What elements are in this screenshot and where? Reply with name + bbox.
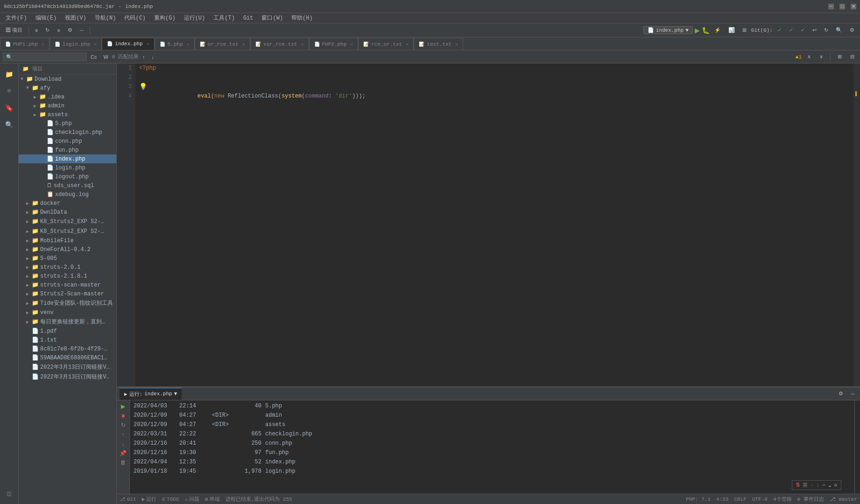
- tree-item-venv[interactable]: ▶ 📁 venv: [19, 308, 116, 317]
- tree-item-k8-2[interactable]: ▶ 📁 K8_Struts2_EXP S2-045 & 任意文...: [19, 226, 116, 236]
- menu-view[interactable]: 视图(V): [61, 13, 90, 23]
- bottom-tab-run[interactable]: ▶ 运行: index.php ▼: [120, 388, 182, 400]
- tree-item-logout[interactable]: ▶ 📄 logout.php: [19, 172, 116, 181]
- menu-navigate[interactable]: 导航(N): [91, 13, 120, 23]
- tab-xor-rce-close[interactable]: ✕: [301, 42, 303, 47]
- run-with-coverage-btn[interactable]: ⚡: [712, 26, 724, 34]
- bottom-settings-btn[interactable]: ⚙: [836, 390, 846, 398]
- bottom-close-btn[interactable]: ─: [848, 390, 857, 398]
- toolbar-structure-btn[interactable]: ≡: [32, 27, 41, 34]
- tab-5php[interactable]: 📄 5.php ✕: [155, 38, 195, 50]
- tree-item-fun[interactable]: ▶ 📄 fun.php: [19, 146, 116, 154]
- tab-test[interactable]: 📝 test.txt ✕: [414, 38, 463, 50]
- run-scrollbar[interactable]: [854, 400, 860, 494]
- run-play-btn[interactable]: ▶: [120, 402, 126, 411]
- tab-php2[interactable]: 📄 PHP2.php ✕: [309, 38, 359, 50]
- tree-item-admin[interactable]: ▶ 📁 admin: [19, 101, 116, 110]
- run-button[interactable]: ▶: [695, 27, 700, 34]
- tree-item-afy[interactable]: ▼ 📁 afy: [19, 84, 116, 92]
- tree-item-login[interactable]: ▶ 📄 login.php: [19, 163, 116, 172]
- tree-item-1pdf[interactable]: ▶ 📄 1.pdf: [19, 327, 116, 336]
- menu-code[interactable]: 代码(C): [120, 13, 149, 23]
- tab-php1-close[interactable]: ✕: [42, 42, 44, 47]
- git-check-2[interactable]: ✓: [786, 26, 796, 34]
- minimize-button[interactable]: ─: [828, 4, 834, 9]
- tab-index-close[interactable]: ✕: [147, 41, 149, 47]
- tab-xor-rce[interactable]: 📝 xor_rce.txt ✕: [250, 38, 309, 50]
- status-todo[interactable]: E TODO: [162, 497, 179, 502]
- toolbar-minus-btn[interactable]: ─: [77, 27, 86, 34]
- tree-item-struts201[interactable]: ▶ 📁 struts-2.0.1: [19, 263, 116, 272]
- layout-btn[interactable]: ⊟: [847, 53, 857, 61]
- git-branch[interactable]: ⎇ master: [830, 496, 857, 502]
- tree-item-5php[interactable]: ▶ 📄 5.php: [19, 119, 116, 128]
- run-scroll-down-btn[interactable]: ↓: [121, 440, 126, 448]
- tab-or-rce-close[interactable]: ✕: [242, 42, 245, 47]
- run-pin-btn[interactable]: 📌: [119, 449, 127, 457]
- tree-item-sub2[interactable]: ▶ 📄 2022年3月13日订阅链接V2 Cla（直...: [19, 372, 116, 382]
- tree-item-dwnldata[interactable]: ▶ 📁 DwnlData: [19, 208, 116, 217]
- git-undo-btn[interactable]: ↩: [810, 26, 819, 34]
- case-sensitive-btn[interactable]: Cc: [88, 53, 99, 61]
- tab-login-close[interactable]: ✕: [94, 42, 97, 47]
- tree-item-tide[interactable]: ▶ 📁 Tide安全团队-指纹识别工具: [19, 298, 116, 308]
- status-terminal[interactable]: ⊞ 终端: [205, 496, 220, 503]
- tree-item-strutsmaster[interactable]: ▶ 📁 struts-scan-master: [19, 280, 116, 289]
- settings-gear-btn[interactable]: ⚙: [847, 26, 857, 34]
- tab-rce-or-close[interactable]: ✕: [406, 42, 409, 47]
- tree-item-conn[interactable]: ▶ 📄 conn.php: [19, 137, 116, 146]
- search-everywhere-btn[interactable]: 🔍: [833, 26, 845, 34]
- tree-item-sql[interactable]: ▶ 🗒 sds_user.sql: [19, 181, 116, 190]
- run-rerun-btn[interactable]: ↻: [120, 421, 127, 429]
- event-log[interactable]: ⚙ 事件日志: [797, 496, 824, 503]
- sogou-bar[interactable]: S 英 · ↓ ↩ ☁ ⚙: [792, 480, 841, 490]
- sidebar-structure-btn[interactable]: ≡: [2, 84, 16, 98]
- tab-php2-close[interactable]: ✕: [350, 42, 353, 47]
- profile-btn[interactable]: 📊: [726, 26, 738, 34]
- tree-item-1txt[interactable]: ▶ 📄 1.txt: [19, 336, 116, 344]
- nav-next-btn[interactable]: ↓: [149, 53, 157, 61]
- sidebar-project-btn[interactable]: 📁: [2, 67, 16, 81]
- menu-git[interactable]: Git: [240, 14, 257, 22]
- menu-refactor[interactable]: 重构(G): [150, 13, 179, 23]
- tree-item-uuid[interactable]: ▶ 📄 8c81c7e8-6f2b-4f29-9dea-c958f...: [19, 344, 116, 353]
- menu-file[interactable]: 文件(F): [2, 13, 31, 23]
- git-check-1[interactable]: ✓: [775, 26, 784, 34]
- git-refresh-btn[interactable]: ↻: [821, 26, 831, 34]
- sidebar-find-btn[interactable]: 🔍: [2, 118, 16, 132]
- tree-item-index[interactable]: ▶ 📄 index.php: [19, 154, 116, 163]
- word-btn[interactable]: W: [100, 53, 111, 61]
- tab-or-rce[interactable]: 📝 or_rce.txt ✕: [195, 38, 250, 50]
- tree-item-s005[interactable]: ▶ 📁 S-005: [19, 254, 116, 263]
- run-stop-btn[interactable]: ■: [120, 412, 126, 420]
- warning-nav-up[interactable]: ∧: [804, 53, 814, 61]
- menu-edit[interactable]: 编辑(E): [32, 13, 61, 23]
- tree-item-59ab[interactable]: ▶ 📄 59ABAAD8E68806EBAC108BD69...: [19, 353, 116, 362]
- tree-item-idea[interactable]: ▶ 📁 .idea: [19, 92, 116, 101]
- run-clear-btn[interactable]: 🗑: [120, 458, 127, 467]
- tree-item-oneforall[interactable]: ▶ 📁 OneForAll-0.4.2: [19, 245, 116, 254]
- tree-item-download[interactable]: ▼ 📁 Download: [19, 75, 116, 84]
- tree-item-assets[interactable]: ▶ 📁 assets: [19, 110, 116, 119]
- status-git[interactable]: ⎇ Git: [120, 496, 136, 502]
- tree-item-k8-1[interactable]: ▶ 📁 K8_Struts2_EXP S2-045 & 任意文...: [19, 217, 116, 226]
- tree-item-daily[interactable]: ▶ 📁 每日更换链接更新，直到新的视频...: [19, 317, 116, 327]
- menu-tools[interactable]: 工具(T): [210, 13, 239, 23]
- editor-content[interactable]: 1 2 3 4 <?php 💡: [117, 63, 860, 386]
- sidebar-bookmark-btn[interactable]: 🔖: [2, 101, 16, 115]
- close-button[interactable]: ✕: [851, 4, 856, 9]
- status-run[interactable]: ▶ 运行: [142, 496, 157, 503]
- tab-php1[interactable]: 📄 PHP1.php ✕: [0, 38, 49, 50]
- concurrency-btn[interactable]: ⊞: [740, 26, 749, 34]
- menu-help[interactable]: 帮助(H): [288, 13, 317, 23]
- filter-btn[interactable]: ⊞: [835, 53, 845, 61]
- tab-rce-or[interactable]: 📝 rce_or.txt ✕: [358, 38, 414, 50]
- sidebar-fullwidth-btn[interactable]: ◫: [2, 486, 16, 500]
- nav-prev-btn[interactable]: ↑: [140, 53, 148, 61]
- debug-button[interactable]: 🐛: [702, 27, 710, 34]
- editor-search-input[interactable]: [3, 53, 87, 61]
- maximize-button[interactable]: □: [839, 4, 845, 9]
- tree-item-struts2181[interactable]: ▶ 📁 struts-2.1.8.1: [19, 272, 116, 280]
- tree-item-xdebug[interactable]: ▶ 📋 xdebug.log: [19, 190, 116, 199]
- menu-window[interactable]: 窗口(W): [258, 13, 287, 23]
